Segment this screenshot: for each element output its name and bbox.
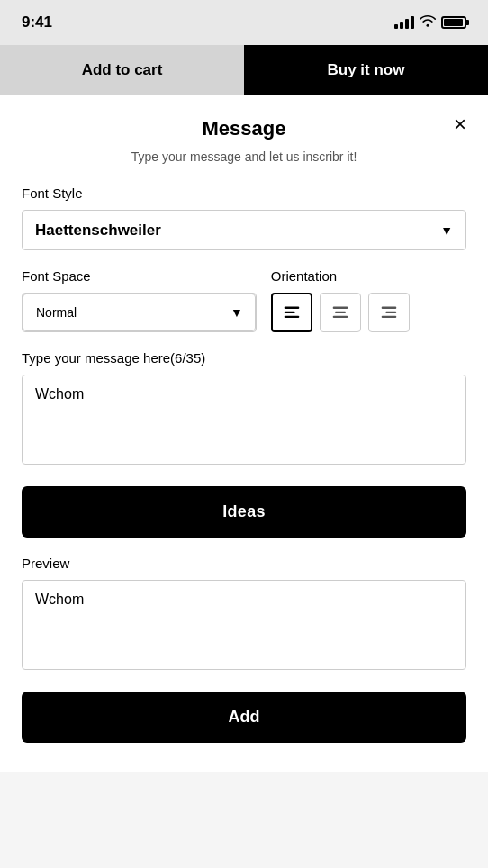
- action-buttons-bar: Add to cart Buy it now: [0, 45, 488, 95]
- close-button[interactable]: ×: [450, 110, 470, 139]
- message-textarea[interactable]: Wchom: [22, 375, 466, 465]
- orientation-label: Orientation: [271, 268, 466, 284]
- svg-rect-2: [284, 316, 299, 318]
- orientation-buttons: [271, 293, 466, 332]
- svg-rect-7: [385, 312, 396, 313]
- buy-now-button[interactable]: Buy it now: [244, 45, 488, 95]
- font-space-label: Font Space: [22, 268, 257, 284]
- modal-subtitle: Type your message and let us inscribr it…: [22, 149, 466, 164]
- font-style-section: Font Style Haettenschweiler Arial Times …: [22, 185, 466, 250]
- font-space-select[interactable]: Normal Wide Narrow: [23, 294, 256, 331]
- orientation-center-button[interactable]: [320, 293, 361, 332]
- svg-rect-6: [381, 307, 396, 309]
- svg-rect-8: [381, 316, 396, 318]
- preview-box: Wchom: [22, 580, 466, 670]
- modal-title: Message: [22, 117, 466, 140]
- align-right-icon: [379, 303, 399, 322]
- orientation-left-button[interactable]: [271, 293, 312, 332]
- message-section: Type your message here(6/35) Wchom: [22, 350, 466, 468]
- ideas-button[interactable]: Ideas: [22, 486, 466, 538]
- svg-rect-4: [335, 312, 346, 313]
- font-style-select[interactable]: Haettenschweiler Arial Times New Roman G…: [23, 211, 465, 249]
- preview-section: Preview Wchom: [22, 556, 466, 670]
- svg-rect-1: [284, 312, 294, 313]
- status-time: 9:41: [22, 14, 52, 32]
- status-icons: [394, 14, 466, 31]
- orientation-right-button[interactable]: [368, 293, 410, 332]
- form-body: Font Style Haettenschweiler Arial Times …: [0, 171, 488, 772]
- message-label: Type your message here(6/35): [22, 350, 466, 366]
- font-style-dropdown-wrapper: Haettenschweiler Arial Times New Roman G…: [22, 210, 466, 250]
- svg-rect-3: [332, 307, 348, 309]
- svg-rect-0: [284, 307, 299, 309]
- font-style-label: Font Style: [22, 185, 466, 201]
- preview-label: Preview: [22, 556, 466, 571]
- align-center-icon: [330, 303, 350, 322]
- align-left-icon: [282, 303, 302, 322]
- add-button[interactable]: Add: [22, 692, 466, 743]
- font-space-section: Font Space Normal Wide Narrow ▼: [22, 268, 257, 332]
- signal-icon: [394, 16, 414, 29]
- modal-container: × Message Type your message and let us i…: [0, 95, 488, 772]
- orientation-section: Orientation: [271, 268, 466, 332]
- add-to-cart-button[interactable]: Add to cart: [0, 45, 244, 95]
- svg-rect-5: [332, 316, 348, 318]
- modal-header: Message Type your message and let us ins…: [0, 95, 488, 171]
- font-space-orientation-row: Font Space Normal Wide Narrow ▼ Orientat…: [22, 268, 466, 332]
- battery-icon: [441, 16, 466, 29]
- status-bar: 9:41: [0, 0, 488, 45]
- wifi-icon: [420, 14, 436, 31]
- font-space-dropdown-wrapper: Normal Wide Narrow ▼: [22, 293, 257, 332]
